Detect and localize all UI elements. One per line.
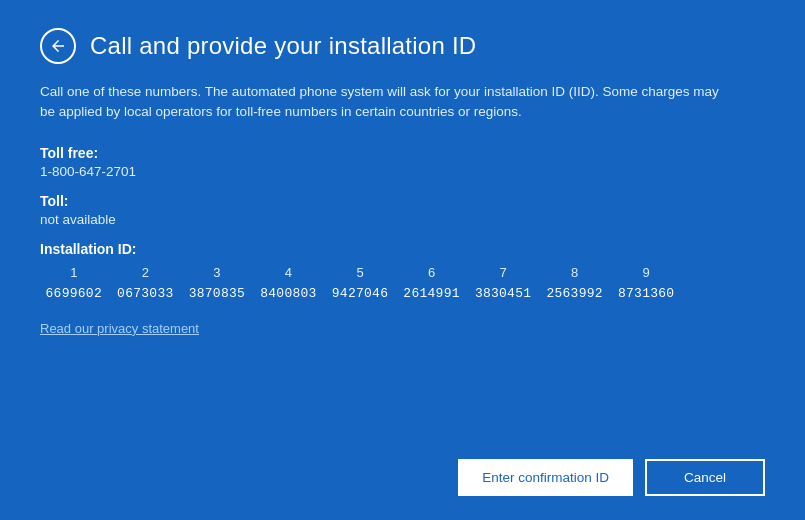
id-col-value-9: 8731360 (612, 286, 680, 301)
id-col-value-5: 9427046 (326, 286, 394, 301)
id-col-value-3: 3870835 (183, 286, 251, 301)
installation-id-section: Installation ID: 12345678966996020673033… (40, 241, 765, 301)
enter-confirmation-button[interactable]: Enter confirmation ID (458, 459, 633, 496)
page-title: Call and provide your installation ID (90, 32, 476, 60)
toll-free-value: 1-800-647-2701 (40, 164, 765, 179)
cancel-button[interactable]: Cancel (645, 459, 765, 496)
page-container: Call and provide your installation ID Ca… (0, 0, 805, 520)
id-col-header-1: 1 (40, 265, 108, 282)
toll-value: not available (40, 212, 765, 227)
toll-free-section: Toll free: 1-800-647-2701 (40, 145, 765, 179)
id-col-header-2: 2 (112, 265, 180, 282)
installation-id-label: Installation ID: (40, 241, 765, 257)
id-col-value-2: 0673033 (112, 286, 180, 301)
back-arrow-icon (49, 37, 67, 55)
id-col-value-7: 3830451 (469, 286, 537, 301)
id-grid: 1234567896699602067303338708358400803942… (40, 265, 680, 301)
privacy-link[interactable]: Read our privacy statement (40, 321, 765, 336)
toll-section: Toll: not available (40, 193, 765, 227)
id-col-header-4: 4 (255, 265, 323, 282)
toll-free-label: Toll free: (40, 145, 765, 161)
back-button[interactable] (40, 28, 76, 64)
id-col-header-9: 9 (612, 265, 680, 282)
id-col-value-8: 2563992 (541, 286, 609, 301)
description-text: Call one of these numbers. The automated… (40, 82, 720, 123)
id-col-header-3: 3 (183, 265, 251, 282)
toll-label: Toll: (40, 193, 765, 209)
id-col-header-5: 5 (326, 265, 394, 282)
id-col-value-4: 8400803 (255, 286, 323, 301)
id-col-header-8: 8 (541, 265, 609, 282)
id-col-header-6: 6 (398, 265, 466, 282)
id-col-header-7: 7 (469, 265, 537, 282)
id-col-value-1: 6699602 (40, 286, 108, 301)
footer: Enter confirmation ID Cancel (40, 443, 765, 496)
id-col-value-6: 2614991 (398, 286, 466, 301)
header: Call and provide your installation ID (40, 28, 765, 64)
